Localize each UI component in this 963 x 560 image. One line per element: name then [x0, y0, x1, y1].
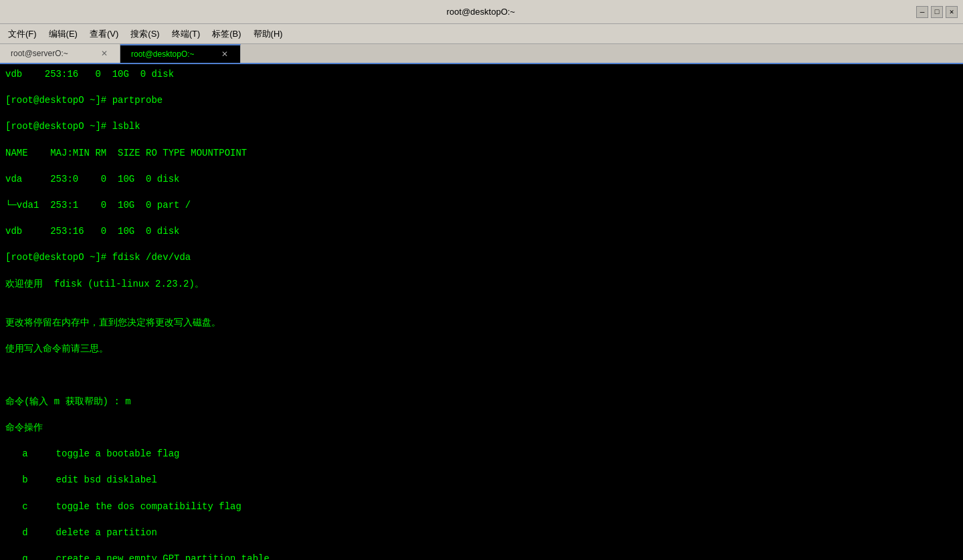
tab-server-close[interactable]: ✕	[100, 49, 109, 58]
terminal-line: 使用写入命令前请三思。	[5, 343, 958, 356]
terminal-line: 命令操作	[5, 422, 958, 435]
titlebar: root@desktopO:~ — □ ✕	[0, 0, 963, 24]
terminal-line: g create a new empty GPT partition table	[5, 553, 958, 560]
terminal-line: 命令(输入 m 获取帮助) : m	[5, 396, 958, 409]
menu-item-搜索S[interactable]: 搜索(S)	[125, 25, 165, 43]
terminal-line: d delete a partition	[5, 527, 958, 540]
terminal-line: vdb 253:16 0 10G 0 disk	[5, 225, 958, 239]
terminal-line: b edit bsd disklabel	[5, 474, 958, 487]
tabbar: root@serverO:~✕root@desktopO:~✕	[0, 44, 963, 64]
menubar: 文件(F)编辑(E)查看(V)搜索(S)终端(T)标签(B)帮助(H)	[0, 24, 963, 44]
terminal-line: [root@desktopO ~]# lsblk	[5, 120, 958, 134]
terminal-line: └─vda1 253:1 0 10G 0 part /	[5, 199, 958, 213]
menu-item-文件F[interactable]: 文件(F)	[3, 25, 42, 43]
menu-item-帮助H[interactable]: 帮助(H)	[248, 25, 288, 43]
tab-server-label: root@serverO:~	[11, 49, 68, 58]
terminal-line: 欢迎使用 fdisk (util-linux 2.23.2)。	[5, 278, 958, 291]
titlebar-title: root@desktopO:~	[45, 7, 916, 17]
terminal[interactable]: vdb 253:16 0 10G 0 disk [root@desktopO ~…	[0, 64, 963, 560]
tab-desktop-close[interactable]: ✕	[220, 49, 229, 59]
terminal-line: c toggle the dos compatibility flag	[5, 501, 958, 514]
titlebar-controls: — □ ✕	[916, 6, 958, 18]
terminal-line: a toggle a bootable flag	[5, 448, 958, 461]
terminal-line: [root@desktopO ~]# partprobe	[5, 94, 958, 108]
menu-item-终端T[interactable]: 终端(T)	[167, 25, 206, 43]
menu-item-查看V[interactable]: 查看(V)	[84, 25, 124, 43]
menu-item-编辑E[interactable]: 编辑(E)	[43, 25, 83, 43]
terminal-line: vdb 253:16 0 10G 0 disk	[5, 68, 958, 82]
maximize-button[interactable]: □	[931, 6, 943, 18]
minimize-button[interactable]: —	[916, 6, 928, 18]
menu-item-标签B[interactable]: 标签(B)	[207, 25, 246, 43]
terminal-line: vda 253:0 0 10G 0 disk	[5, 173, 958, 186]
terminal-line: 更改将停留在内存中，直到您决定将更改写入磁盘。	[5, 317, 958, 330]
terminal-line: [root@desktopO ~]# fdisk /dev/vda	[5, 251, 958, 265]
terminal-line: NAME MAJ:MIN RM SIZE RO TYPE MOUNTPOINT	[5, 147, 958, 160]
tab-desktop-label: root@desktopO:~	[131, 49, 195, 59]
tab-desktop[interactable]: root@desktopO:~✕	[120, 44, 241, 63]
tab-server[interactable]: root@serverO:~✕	[0, 44, 120, 63]
close-button[interactable]: ✕	[946, 6, 958, 18]
